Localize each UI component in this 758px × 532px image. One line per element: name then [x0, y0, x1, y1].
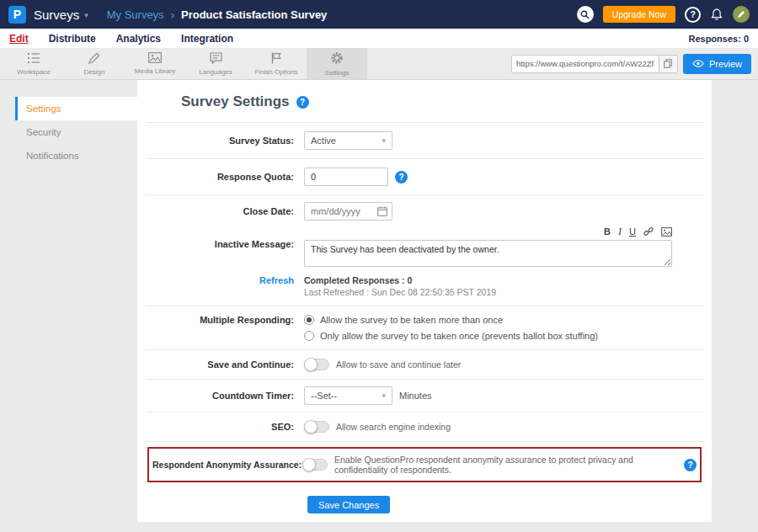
sidebar-item-security[interactable]: Security: [15, 120, 137, 144]
seo-label: SEO:: [151, 422, 304, 432]
title-help-icon[interactable]: ?: [296, 96, 309, 109]
edit-toolbar: Workspace Design Media Library Languages…: [0, 48, 758, 80]
search-icon[interactable]: [577, 6, 594, 23]
close-date-row: Close Date:: [146, 195, 703, 224]
settings-panel: Survey Settings ? Survey Status: Active …: [137, 80, 712, 522]
toolbar-media-library-label: Media Library: [135, 67, 175, 75]
radio-once-only[interactable]: Only allow the survey to be taken once (…: [304, 331, 598, 341]
toolbar-finish-options[interactable]: Finish Options: [246, 48, 307, 79]
bell-icon[interactable]: [710, 8, 723, 22]
refresh-row: Refresh Completed Responses : 0 Last Ref…: [146, 274, 703, 306]
response-quota-help-icon[interactable]: ?: [395, 171, 408, 184]
save-and-continue-label: Save and Continue:: [151, 359, 304, 370]
survey-status-row: Survey Status: Active ▾: [146, 122, 703, 159]
share-url-input[interactable]: [512, 56, 659, 72]
bold-button[interactable]: B: [604, 226, 611, 237]
topbar-actions: Upgrade Now ?: [577, 6, 750, 23]
calendar-icon: [377, 206, 387, 216]
inactive-message-label: Inactive Message:: [151, 226, 304, 249]
toolbar-right: Preview: [511, 48, 755, 79]
response-quota-row: Response Quota: ?: [146, 159, 703, 195]
questionpro-logo[interactable]: P: [8, 6, 26, 24]
sidebar-item-settings[interactable]: Settings: [15, 97, 137, 120]
response-quota-label: Response Quota:: [151, 172, 304, 182]
save-and-continue-row: Save and Continue: Allow to save and con…: [146, 350, 703, 380]
countdown-timer-suffix: Minutes: [399, 391, 432, 401]
toolbar-workspace-label: Workspace: [17, 68, 51, 76]
workspace-icon: [27, 52, 40, 66]
toolbar-media-library[interactable]: Media Library: [125, 48, 185, 79]
survey-status-value: Active: [311, 136, 336, 146]
upgrade-now-button[interactable]: Upgrade Now: [603, 6, 675, 23]
page-title: Survey Settings ?: [181, 93, 703, 110]
copy-url-icon[interactable]: [659, 56, 677, 72]
breadcrumb: My Surveys › Product Satisfaction Survey: [107, 8, 328, 21]
countdown-timer-label: Countdown Timer:: [151, 391, 304, 401]
close-date-label: Close Date:: [151, 206, 304, 216]
toolbar-finish-options-label: Finish Options: [254, 68, 297, 76]
chevron-down-icon: ▾: [382, 391, 386, 400]
save-changes-button[interactable]: Save Changes: [307, 496, 390, 513]
preview-button[interactable]: Preview: [683, 54, 751, 74]
topbar: P Surveys ▾ My Surveys › Product Satisfa…: [0, 0, 758, 29]
anonymity-help-icon[interactable]: ?: [684, 459, 697, 471]
radio-once-only-label: Only allow the survey to be taken once (…: [320, 331, 598, 341]
toolbar-design-label: Design: [84, 68, 105, 76]
tab-analytics[interactable]: Analytics: [116, 33, 161, 45]
inactive-message-row: Inactive Message: B I U This Survey has …: [146, 224, 703, 274]
settings-gear-icon: [330, 51, 344, 66]
preview-button-label: Preview: [709, 59, 742, 69]
radio-multiple-allowed-label: Allow the survey to be taken more than o…: [320, 315, 503, 325]
anonymity-highlight-box: Respondent Anonymity Assurance: Enable Q…: [147, 447, 702, 482]
design-icon: [88, 52, 100, 66]
toolbar-settings[interactable]: Settings: [307, 48, 367, 79]
radio-multiple-allowed[interactable]: Allow the survey to be taken more than o…: [304, 315, 598, 325]
countdown-timer-row: Countdown Timer: --Set-- ▾ Minutes: [146, 380, 703, 412]
toolbar-workspace[interactable]: Workspace: [3, 48, 64, 79]
finish-options-icon: [271, 52, 281, 66]
multiple-responding-row: Multiple Responding: Allow the survey to…: [146, 306, 703, 350]
anonymity-label: Respondent Anonymity Assurance:: [152, 460, 302, 470]
languages-icon: [210, 52, 222, 66]
link-icon[interactable]: [643, 226, 654, 237]
insert-image-icon[interactable]: [661, 227, 672, 237]
inactive-message-textarea[interactable]: This Survey has been deactivated by the …: [304, 240, 672, 267]
chevron-down-icon: ▾: [84, 9, 88, 19]
breadcrumb-my-surveys[interactable]: My Surveys: [107, 8, 164, 21]
survey-status-select[interactable]: Active ▾: [304, 131, 392, 150]
seo-description: Allow search engine indexing: [336, 422, 451, 432]
text-format-toolbar: B I U: [304, 226, 672, 237]
radio-button-icon: [304, 331, 314, 341]
toolbar-design[interactable]: Design: [64, 48, 125, 79]
settings-sidebar: Settings Security Notifications: [15, 80, 137, 522]
save-and-continue-toggle[interactable]: [304, 359, 329, 370]
tab-integration[interactable]: Integration: [181, 33, 233, 45]
main-tabbar: Edit Distribute Analytics Integration Re…: [0, 29, 758, 48]
toolbar-languages-label: Languages: [199, 68, 232, 76]
breadcrumb-current-survey: Product Satisfaction Survey: [181, 8, 327, 21]
tab-edit[interactable]: Edit: [9, 33, 29, 45]
surveys-menu[interactable]: Surveys ▾: [34, 8, 88, 22]
edit-pencil-icon[interactable]: [733, 6, 750, 23]
sidebar-item-notifications[interactable]: Notifications: [15, 144, 137, 168]
questionpro-app: P Surveys ▾ My Surveys › Product Satisfa…: [0, 0, 758, 532]
italic-button[interactable]: I: [618, 226, 622, 238]
survey-status-label: Survey Status:: [151, 136, 304, 146]
underline-button[interactable]: U: [629, 226, 636, 237]
seo-row: SEO: Allow search engine indexing: [146, 412, 703, 442]
refresh-link[interactable]: Refresh: [259, 275, 294, 285]
countdown-timer-select[interactable]: --Set-- ▾: [304, 386, 392, 405]
share-url-box: [511, 55, 678, 73]
anonymity-row: Respondent Anonymity Assurance: Enable Q…: [152, 455, 697, 475]
content-area: Settings Security Notifications Survey S…: [0, 80, 758, 532]
tab-distribute[interactable]: Distribute: [49, 33, 96, 45]
responses-count: Responses: 0: [688, 34, 749, 44]
help-icon[interactable]: ?: [685, 7, 701, 23]
response-quota-input[interactable]: [304, 168, 388, 186]
chevron-down-icon: ▾: [382, 136, 386, 145]
last-refreshed-text: Last Refreshed : Sun Dec 08 22:50:35 PST…: [304, 287, 496, 297]
toolbar-languages[interactable]: Languages: [185, 48, 246, 79]
anonymity-toggle[interactable]: [302, 459, 328, 471]
toolbar-settings-label: Settings: [325, 69, 350, 77]
seo-toggle[interactable]: [304, 421, 329, 433]
